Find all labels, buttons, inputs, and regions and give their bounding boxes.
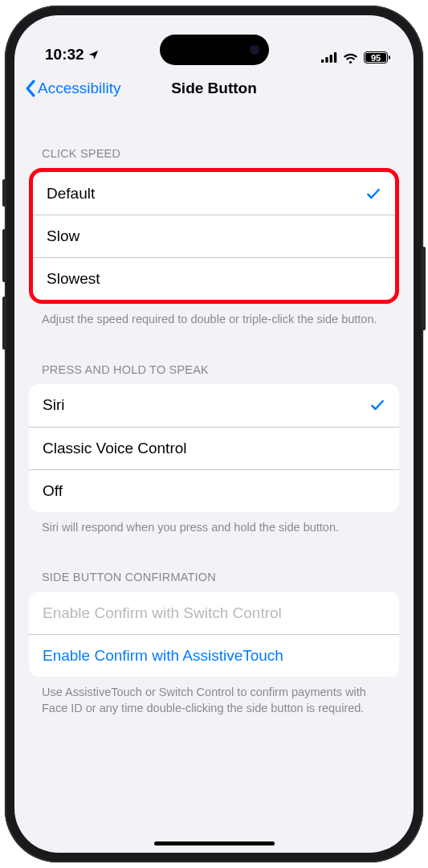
status-right: 95 [321,51,388,63]
option-label: Enable Confirm with Switch Control [43,604,282,622]
phone-frame: 10:32 [5,6,423,862]
home-indicator[interactable] [154,841,275,846]
back-button[interactable]: Accessibility [14,80,120,97]
option-label: Siri [43,396,64,414]
svg-rect-2 [330,55,332,63]
confirm-footer: Use AssistiveTouch or Switch Control to … [29,677,399,716]
location-icon [88,49,100,61]
click-speed-header: CLICK SPEED [29,147,399,168]
click-speed-group: Default Slow Slowest [29,168,399,304]
nav-bar: Accessibility Side Button [14,67,414,110]
press-hold-footer: Siri will respond when you press and hol… [29,512,399,536]
click-speed-slow[interactable]: Slow [33,215,395,257]
screen: 10:32 [14,15,414,853]
press-hold-classic[interactable]: Classic Voice Control [29,427,399,469]
press-hold-header: PRESS AND HOLD TO SPEAK [29,363,399,384]
volume-down [2,297,5,350]
press-hold-siri[interactable]: Siri [29,384,399,427]
option-label: Off [43,482,63,500]
option-label: Enable Confirm with AssistiveTouch [43,647,283,665]
battery-level: 95 [371,53,381,63]
click-speed-footer: Adjust the speed required to double or t… [29,304,399,328]
status-time: 10:32 [45,46,84,63]
option-label: Default [47,185,95,203]
click-speed-default[interactable]: Default [33,172,395,215]
content: CLICK SPEED Default Slow Slowest Adjust … [14,110,414,853]
checkmark-icon [365,186,381,202]
cellular-icon [321,52,337,63]
click-speed-slowest[interactable]: Slowest [33,257,395,300]
confirm-header: SIDE BUTTON CONFIRMATION [29,571,399,592]
battery-icon: 95 [364,51,388,63]
svg-rect-0 [321,59,324,63]
svg-rect-3 [334,52,336,63]
press-hold-group: Siri Classic Voice Control Off [29,384,399,512]
side-button [423,247,426,330]
status-left: 10:32 [45,46,100,63]
svg-rect-1 [325,57,328,63]
volume-up [2,229,5,282]
mute-switch [2,179,5,207]
press-hold-off[interactable]: Off [29,469,399,512]
checkmark-icon [369,397,385,413]
wifi-icon [343,52,358,63]
confirm-switch-control: Enable Confirm with Switch Control [29,592,399,634]
dynamic-island [160,35,269,65]
option-label: Slow [47,227,79,245]
confirm-assistivetouch[interactable]: Enable Confirm with AssistiveTouch [29,634,399,677]
option-label: Slowest [47,270,100,288]
confirm-group: Enable Confirm with Switch Control Enabl… [29,592,399,677]
page-title: Side Button [171,80,257,97]
back-label: Accessibility [38,80,120,97]
option-label: Classic Voice Control [43,440,187,457]
